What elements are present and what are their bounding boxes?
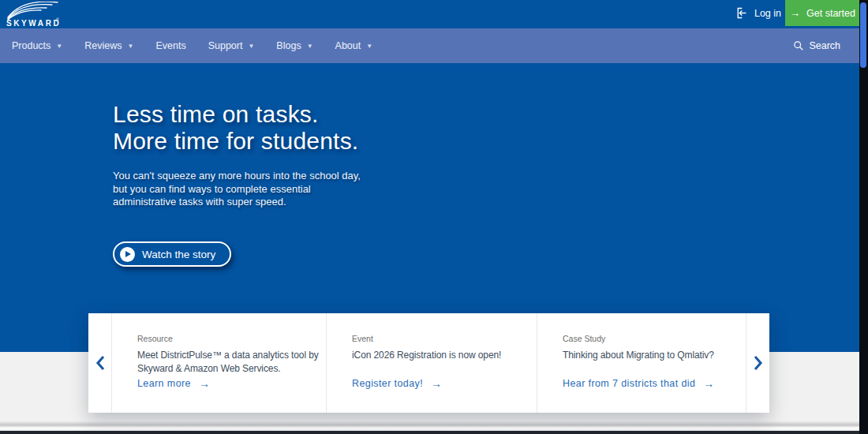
learn-more-link[interactable]: Learn more →	[137, 377, 210, 390]
chevron-down-icon: ▼	[307, 43, 313, 50]
hero-section: Less time on tasks. More time for studen…	[0, 63, 868, 352]
register-today-link[interactable]: Register today! →	[352, 377, 442, 390]
arrow-right-icon: →	[199, 377, 210, 390]
play-triangle	[125, 251, 131, 257]
arrow-right-icon: →	[790, 8, 800, 18]
top-bar: SKYWARD ® Log in → Get started	[0, 0, 868, 28]
carousel-prev-button[interactable]	[88, 313, 111, 413]
nav-items: Products ▼ Reviews ▼ Events Support ▼ Bl…	[0, 40, 372, 51]
chevron-left-icon	[95, 354, 106, 372]
search-button[interactable]: Search	[793, 28, 840, 63]
card-link-label: Hear from 7 districts that did	[563, 378, 695, 389]
search-label: Search	[809, 40, 840, 51]
search-icon	[793, 40, 804, 51]
get-started-button[interactable]: → Get started	[785, 0, 860, 26]
nav-item-reviews[interactable]: Reviews ▼	[84, 40, 133, 51]
nav-label: Products	[12, 40, 51, 51]
card-title: Meet DistrictPulse™ a data analytics too…	[137, 349, 326, 375]
watch-story-button[interactable]: Watch the story	[113, 241, 231, 267]
login-label: Log in	[754, 8, 781, 19]
hero-heading-line1: Less time on tasks.	[113, 101, 358, 128]
skyward-homepage: SKYWARD ® Log in → Get started Products	[0, 0, 868, 434]
card-title: Thinking about Migrating to Qmlativ?	[563, 349, 746, 362]
hero-heading: Less time on tasks. More time for studen…	[113, 101, 358, 155]
carousel-card-event[interactable]: Event iCon 2026 Registration is now open…	[326, 313, 537, 413]
arrow-right-icon: →	[431, 377, 442, 390]
skyward-logo-icon: SKYWARD ®	[6, 2, 62, 28]
chevron-down-icon: ▼	[56, 43, 62, 50]
login-icon	[735, 6, 748, 20]
nav-label: About	[335, 40, 361, 51]
news-carousel: Resource Meet DistrictPulse™ a data anal…	[88, 313, 769, 413]
nav-item-about[interactable]: About ▼	[335, 40, 373, 51]
nav-item-products[interactable]: Products ▼	[12, 40, 62, 51]
hero-heading-line2: More time for students.	[113, 128, 358, 155]
nav-label: Reviews	[84, 40, 122, 51]
chevron-down-icon: ▼	[128, 43, 134, 50]
nav-label: Blogs	[276, 40, 301, 51]
hear-from-districts-link[interactable]: Hear from 7 districts that did →	[563, 377, 714, 390]
card-title: iCon 2026 Registration is now open!	[352, 349, 537, 362]
carousel-card-case-study[interactable]: Case Study Thinking about Migrating to Q…	[537, 313, 746, 413]
card-category: Case Study	[563, 334, 746, 343]
nav-item-support[interactable]: Support ▼	[208, 40, 255, 51]
card-link-label: Register today!	[352, 378, 423, 389]
nav-item-events[interactable]: Events	[155, 40, 185, 51]
get-started-label: Get started	[806, 8, 855, 19]
arrow-right-icon: →	[703, 377, 714, 390]
skyward-logo[interactable]: SKYWARD ®	[6, 2, 62, 28]
bottom-edge	[0, 431, 868, 434]
carousel-next-button[interactable]	[746, 313, 769, 413]
login-button[interactable]: Log in	[735, 6, 781, 20]
scrollbar-thumb[interactable]	[860, 2, 866, 68]
topbar-actions: Log in	[735, 0, 781, 26]
watch-story-label: Watch the story	[142, 249, 215, 260]
chevron-down-icon: ▼	[248, 43, 254, 50]
card-category: Event	[352, 334, 537, 343]
brand-name: SKYWARD	[6, 19, 61, 28]
hero-body-text: You can't squeeze any more hours into th…	[113, 170, 361, 209]
chevron-down-icon: ▼	[366, 43, 372, 50]
nav-label: Events	[155, 40, 185, 51]
section-divider	[0, 421, 868, 431]
play-icon	[120, 247, 135, 262]
chevron-right-icon	[753, 354, 764, 372]
card-link-label: Learn more	[137, 378, 191, 389]
scrollbar-track[interactable]	[859, 0, 868, 434]
main-navigation: Products ▼ Reviews ▼ Events Support ▼ Bl…	[0, 28, 868, 63]
registered-mark: ®	[56, 17, 59, 22]
card-category: Resource	[137, 334, 326, 343]
nav-label: Support	[208, 40, 243, 51]
carousel-card-resource[interactable]: Resource Meet DistrictPulse™ a data anal…	[111, 313, 326, 413]
nav-item-blogs[interactable]: Blogs ▼	[276, 40, 312, 51]
